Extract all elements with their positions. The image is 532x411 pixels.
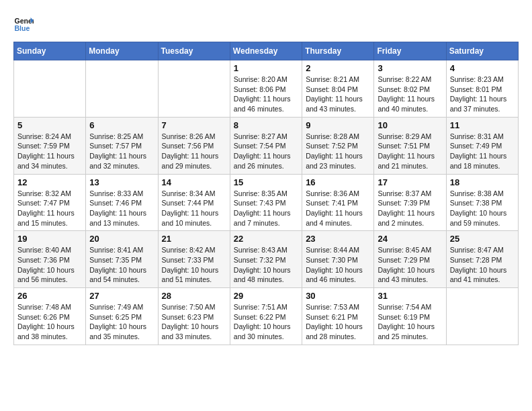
day-number: 18 — [450, 177, 515, 187]
column-header-wednesday: Wednesday — [230, 42, 302, 60]
page-header: General Blue — [13, 13, 519, 34]
day-info: Sunrise: 7:51 AM Sunset: 6:22 PM Dayligh… — [234, 302, 298, 342]
calendar-cell: 21Sunrise: 8:42 AM Sunset: 7:33 PM Dayli… — [158, 231, 230, 288]
day-info: Sunrise: 8:31 AM Sunset: 7:49 PM Dayligh… — [450, 132, 515, 171]
day-number: 5 — [17, 120, 82, 130]
day-number: 4 — [450, 63, 515, 73]
calendar-cell: 19Sunrise: 8:40 AM Sunset: 7:36 PM Dayli… — [14, 231, 86, 288]
day-info: Sunrise: 8:41 AM Sunset: 7:35 PM Dayligh… — [89, 245, 154, 285]
day-info: Sunrise: 8:27 AM Sunset: 7:54 PM Dayligh… — [234, 132, 298, 171]
calendar-cell: 13Sunrise: 8:33 AM Sunset: 7:46 PM Dayli… — [86, 174, 158, 231]
day-info: Sunrise: 8:20 AM Sunset: 8:06 PM Dayligh… — [234, 75, 298, 114]
calendar-cell: 20Sunrise: 8:41 AM Sunset: 7:35 PM Dayli… — [86, 231, 158, 288]
day-number: 17 — [378, 177, 442, 187]
calendar-cell: 15Sunrise: 8:35 AM Sunset: 7:43 PM Dayli… — [230, 174, 302, 231]
day-number: 21 — [162, 234, 226, 244]
day-number: 8 — [234, 120, 298, 130]
calendar-cell: 4Sunrise: 8:23 AM Sunset: 8:01 PM Daylig… — [446, 60, 518, 118]
day-number: 27 — [89, 291, 154, 301]
day-number: 31 — [378, 291, 442, 301]
day-info: Sunrise: 7:49 AM Sunset: 6:25 PM Dayligh… — [89, 302, 154, 342]
day-info: Sunrise: 8:37 AM Sunset: 7:39 PM Dayligh… — [378, 189, 442, 228]
day-number: 19 — [17, 234, 82, 244]
calendar-cell: 7Sunrise: 8:26 AM Sunset: 7:56 PM Daylig… — [158, 117, 230, 174]
calendar-cell: 1Sunrise: 8:20 AM Sunset: 8:06 PM Daylig… — [230, 60, 302, 118]
day-number: 22 — [234, 234, 298, 244]
logo: General Blue — [13, 13, 36, 34]
calendar-cell: 3Sunrise: 8:22 AM Sunset: 8:02 PM Daylig… — [374, 60, 446, 118]
calendar-cell: 9Sunrise: 8:28 AM Sunset: 7:52 PM Daylig… — [302, 117, 374, 174]
column-header-thursday: Thursday — [302, 42, 374, 60]
day-number: 2 — [306, 63, 370, 73]
calendar-cell — [446, 288, 518, 345]
calendar-cell: 30Sunrise: 7:53 AM Sunset: 6:21 PM Dayli… — [302, 288, 374, 345]
calendar-cell: 18Sunrise: 8:38 AM Sunset: 7:38 PM Dayli… — [446, 174, 518, 231]
day-info: Sunrise: 7:54 AM Sunset: 6:19 PM Dayligh… — [378, 302, 442, 342]
column-header-friday: Friday — [374, 42, 446, 60]
day-number: 30 — [306, 291, 370, 301]
calendar-cell: 16Sunrise: 8:36 AM Sunset: 7:41 PM Dayli… — [302, 174, 374, 231]
day-info: Sunrise: 8:34 AM Sunset: 7:44 PM Dayligh… — [162, 189, 226, 228]
column-header-monday: Monday — [86, 42, 158, 60]
calendar-cell: 24Sunrise: 8:45 AM Sunset: 7:29 PM Dayli… — [374, 231, 446, 288]
day-info: Sunrise: 8:23 AM Sunset: 8:01 PM Dayligh… — [450, 75, 515, 114]
calendar-cell: 23Sunrise: 8:44 AM Sunset: 7:30 PM Dayli… — [302, 231, 374, 288]
calendar-cell: 31Sunrise: 7:54 AM Sunset: 6:19 PM Dayli… — [374, 288, 446, 345]
day-info: Sunrise: 8:38 AM Sunset: 7:38 PM Dayligh… — [450, 189, 515, 228]
calendar-cell: 6Sunrise: 8:25 AM Sunset: 7:57 PM Daylig… — [86, 117, 158, 174]
calendar-cell: 26Sunrise: 7:48 AM Sunset: 6:26 PM Dayli… — [14, 288, 86, 345]
day-number: 26 — [17, 291, 82, 301]
day-info: Sunrise: 8:33 AM Sunset: 7:46 PM Dayligh… — [89, 189, 154, 228]
day-number: 16 — [306, 177, 370, 187]
day-info: Sunrise: 8:45 AM Sunset: 7:29 PM Dayligh… — [378, 245, 442, 285]
logo-icon: General Blue — [13, 13, 34, 34]
calendar-cell — [86, 60, 158, 118]
column-header-saturday: Saturday — [446, 42, 518, 60]
calendar-cell: 10Sunrise: 8:29 AM Sunset: 7:51 PM Dayli… — [374, 117, 446, 174]
calendar-cell: 5Sunrise: 8:24 AM Sunset: 7:59 PM Daylig… — [14, 117, 86, 174]
svg-text:Blue: Blue — [15, 24, 30, 32]
day-number: 7 — [162, 120, 226, 130]
day-info: Sunrise: 7:53 AM Sunset: 6:21 PM Dayligh… — [306, 302, 370, 342]
day-number: 23 — [306, 234, 370, 244]
day-number: 9 — [306, 120, 370, 130]
day-number: 14 — [162, 177, 226, 187]
calendar-cell — [158, 60, 230, 118]
calendar-cell: 2Sunrise: 8:21 AM Sunset: 8:04 PM Daylig… — [302, 60, 374, 118]
day-info: Sunrise: 8:25 AM Sunset: 7:57 PM Dayligh… — [89, 132, 154, 171]
day-info: Sunrise: 8:32 AM Sunset: 7:47 PM Dayligh… — [17, 189, 82, 228]
column-header-sunday: Sunday — [14, 42, 86, 60]
calendar-cell — [14, 60, 86, 118]
day-info: Sunrise: 7:50 AM Sunset: 6:23 PM Dayligh… — [162, 302, 226, 342]
calendar-cell: 29Sunrise: 7:51 AM Sunset: 6:22 PM Dayli… — [230, 288, 302, 345]
day-info: Sunrise: 8:28 AM Sunset: 7:52 PM Dayligh… — [306, 132, 370, 171]
day-number: 15 — [234, 177, 298, 187]
calendar-cell: 8Sunrise: 8:27 AM Sunset: 7:54 PM Daylig… — [230, 117, 302, 174]
calendar-cell: 11Sunrise: 8:31 AM Sunset: 7:49 PM Dayli… — [446, 117, 518, 174]
day-info: Sunrise: 8:40 AM Sunset: 7:36 PM Dayligh… — [17, 245, 82, 285]
day-info: Sunrise: 8:47 AM Sunset: 7:28 PM Dayligh… — [450, 245, 515, 285]
day-info: Sunrise: 8:29 AM Sunset: 7:51 PM Dayligh… — [378, 132, 442, 171]
day-number: 1 — [234, 63, 298, 73]
day-info: Sunrise: 8:21 AM Sunset: 8:04 PM Dayligh… — [306, 75, 370, 114]
calendar-cell: 17Sunrise: 8:37 AM Sunset: 7:39 PM Dayli… — [374, 174, 446, 231]
calendar-cell: 27Sunrise: 7:49 AM Sunset: 6:25 PM Dayli… — [86, 288, 158, 345]
day-info: Sunrise: 8:22 AM Sunset: 8:02 PM Dayligh… — [378, 75, 442, 114]
day-info: Sunrise: 8:35 AM Sunset: 7:43 PM Dayligh… — [234, 189, 298, 228]
calendar-cell: 14Sunrise: 8:34 AM Sunset: 7:44 PM Dayli… — [158, 174, 230, 231]
column-header-tuesday: Tuesday — [158, 42, 230, 60]
calendar-cell: 28Sunrise: 7:50 AM Sunset: 6:23 PM Dayli… — [158, 288, 230, 345]
calendar-cell: 25Sunrise: 8:47 AM Sunset: 7:28 PM Dayli… — [446, 231, 518, 288]
day-number: 11 — [450, 120, 515, 130]
day-info: Sunrise: 8:44 AM Sunset: 7:30 PM Dayligh… — [306, 245, 370, 285]
calendar-cell: 22Sunrise: 8:43 AM Sunset: 7:32 PM Dayli… — [230, 231, 302, 288]
day-number: 29 — [234, 291, 298, 301]
calendar-table: SundayMondayTuesdayWednesdayThursdayFrid… — [13, 42, 519, 345]
day-number: 13 — [89, 177, 154, 187]
day-number: 28 — [162, 291, 226, 301]
day-number: 20 — [89, 234, 154, 244]
day-number: 3 — [378, 63, 442, 73]
day-number: 25 — [450, 234, 515, 244]
day-info: Sunrise: 8:43 AM Sunset: 7:32 PM Dayligh… — [234, 245, 298, 285]
day-number: 12 — [17, 177, 82, 187]
